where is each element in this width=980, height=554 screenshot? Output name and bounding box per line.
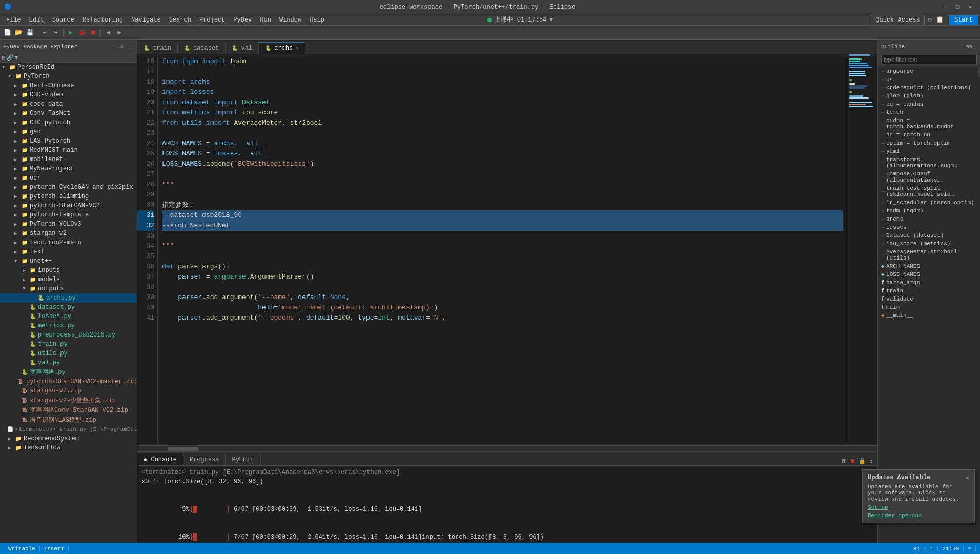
tab-train[interactable]: 🐍 train: [137, 43, 178, 54]
start-button[interactable]: Start: [949, 15, 978, 25]
tab-close-icon[interactable]: ✕: [296, 45, 299, 51]
tree-item-unet++[interactable]: ▼ 📁 unet++: [0, 256, 137, 266]
tab-console[interactable]: ⊞ Console: [137, 453, 183, 465]
outline-item-os[interactable]: → os: [878, 75, 980, 84]
tab-progress[interactable]: Progress: [183, 454, 226, 465]
outline-item-parseargs[interactable]: f parse_args: [878, 279, 980, 287]
menu-project[interactable]: Project: [195, 15, 229, 25]
outline-item-validate[interactable]: f validate: [878, 295, 980, 303]
outline-item-archs[interactable]: → archs: [878, 215, 980, 223]
tree-item-cycleganpix2pix[interactable]: ▶ 📁 pytorch-CycleGAN-and-pix2pix: [0, 183, 137, 192]
notification-setup-link[interactable]: Set up: [868, 504, 969, 510]
tree-item-bert-chinese[interactable]: ▶ 📁 Bert-Chinese: [0, 81, 137, 90]
open-button[interactable]: 📂: [13, 28, 24, 38]
tree-item-terminated-ref[interactable]: 📄 <terminated> train.py [E:\ProgramData\…: [0, 425, 137, 434]
close-button[interactable]: ✕: [965, 2, 976, 12]
tree-item-text[interactable]: ▶ 📁 text: [0, 247, 137, 256]
debug-button[interactable]: 🐞: [77, 28, 87, 38]
outline-item-yaml[interactable]: → yaml: [878, 147, 980, 155]
tree-item-models[interactable]: ▶ 📁 models: [0, 275, 137, 284]
menu-source[interactable]: Source: [48, 15, 78, 25]
tree-item-medmnist[interactable]: ▶ 📁 MedMNIST-main: [0, 146, 137, 155]
outline-item-train-fn[interactable]: f train: [878, 287, 980, 295]
save-button[interactable]: 💾: [25, 28, 35, 38]
tree-item-ocr[interactable]: ▶ 📁 ocr: [0, 173, 137, 183]
tree-item-xiaoshujuzip[interactable]: 🗜 stargan-v2-少量数据集.zip: [0, 395, 137, 405]
back-button[interactable]: ◀: [103, 28, 113, 38]
tree-item-mobilenet[interactable]: ▶ 📁 mobilenet: [0, 155, 137, 164]
toolbar-icon-2[interactable]: 📋: [934, 15, 945, 25]
maximize-button[interactable]: □: [952, 2, 964, 12]
outline-item-losses[interactable]: → losses: [878, 223, 980, 231]
dropdown-icon[interactable]: ▼: [549, 17, 553, 23]
forward-button[interactable]: ▶: [114, 28, 125, 38]
outline-item-argparse[interactable]: → argparse: [878, 67, 980, 75]
quick-access-button[interactable]: Quick Access: [871, 15, 924, 25]
horizontal-scrollbar[interactable]: [137, 445, 877, 451]
toolbar-icon-1[interactable]: ⚙: [927, 15, 933, 25]
menu-pydev[interactable]: PyDev: [229, 15, 256, 25]
outline-item-optim[interactable]: → optim = torch.optim: [878, 139, 980, 147]
tree-item-recommendsystem[interactable]: ▶ 📁 RecommendSystem: [0, 434, 137, 443]
redo-button[interactable]: ↪: [51, 28, 61, 38]
link-with-editor-button[interactable]: 🔗: [7, 54, 14, 61]
tree-item-metrics-py[interactable]: 🐍 metrics.py: [0, 321, 137, 330]
new-button[interactable]: 📄: [2, 28, 12, 38]
outline-item-glob[interactable]: → glob (glob): [878, 92, 980, 100]
outline-item-lrscheduler[interactable]: → lr_scheduler (torch.optim): [878, 199, 980, 207]
tree-item-utils-py[interactable]: 🐍 utils.py: [0, 349, 137, 358]
notification-reminder-link[interactable]: Reminder options: [868, 512, 969, 519]
tree-item-starganvc2[interactable]: ▶ 📁 pytorch-StarGAN-VC2: [0, 201, 137, 210]
tree-item-template[interactable]: ▶ 📁 pytorch-template: [0, 210, 137, 220]
tree-item-coco-data[interactable]: ▶ 📁 coco-data: [0, 100, 137, 109]
tree-item-yolov3[interactable]: ▶ 📁 PyTorch-YOLOv3: [0, 220, 137, 229]
tree-item-preprocess-py[interactable]: 🐍 preprocess_dsb2018.py: [0, 330, 137, 340]
console-menu-button[interactable]: ⋮: [868, 457, 875, 465]
console-clear-button[interactable]: 🗑: [840, 457, 848, 465]
tree-item-bianshen-py[interactable]: 🐍 变声网络.py: [0, 367, 137, 377]
outline-item-nn[interactable]: → nn = torch.nn: [878, 131, 980, 139]
outline-item-archnames[interactable]: ◆ ARCH_NAMES: [878, 262, 980, 270]
tree-item-pytorch[interactable]: ▼ 📁 PyTorch: [0, 72, 137, 81]
menu-search[interactable]: Search: [165, 15, 195, 25]
menu-edit[interactable]: Edit: [25, 15, 48, 25]
outline-item-main-fn[interactable]: f main: [878, 303, 980, 311]
undo-button[interactable]: ↩: [39, 28, 50, 38]
outline-item-averagemeter[interactable]: → AverageMeter,str2bool (utils): [878, 248, 980, 262]
tree-item-bianshenconv-zip[interactable]: 🗜 变声网络Conv-StarGAN-VC2.zip: [0, 405, 137, 415]
code-editor[interactable]: from tqdm import tqdm import archs impor…: [158, 54, 847, 445]
tree-item-c3d-video[interactable]: ▶ 📁 C3D-video: [0, 90, 137, 100]
notification-close-button[interactable]: ✕: [966, 474, 969, 482]
view-menu-button[interactable]: ▼: [15, 55, 18, 61]
outline-item-traintestsplit[interactable]: → train_test_split (sklearn.model_sele…: [878, 184, 980, 199]
tree-item-starganv2zip[interactable]: 🗜 stargan-v2.zip: [0, 386, 137, 395]
tab-pyunit[interactable]: PyUnit: [226, 454, 260, 465]
outline-menu-button[interactable]: ⋮: [972, 44, 977, 50]
outline-item-main-dunder[interactable]: ◆ __main__: [878, 311, 980, 320]
tree-item-starganv2[interactable]: ▶ 📁 stargan-v2: [0, 229, 137, 238]
outline-item-tqdm[interactable]: → tqdm (tqdm): [878, 207, 980, 215]
stop-button[interactable]: ⏹: [88, 28, 98, 38]
console-terminate-button[interactable]: ⏹: [849, 457, 856, 465]
console-scroll-lock-button[interactable]: 🔒: [858, 457, 867, 465]
tree-item-conv-tasnet[interactable]: ▶ 📁 Conv-TasNet: [0, 109, 137, 118]
tree-item-mynewproject[interactable]: ▶ 📁 MyNewProject: [0, 164, 137, 173]
outline-item-cudnn[interactable]: → cudnn = torch.backends.cudnn: [878, 116, 980, 131]
tree-item-inputs[interactable]: ▶ 📁 inputs: [0, 266, 137, 275]
outline-item-ordereddict[interactable]: → OrderedDict (collections): [878, 84, 980, 92]
outline-filter-input[interactable]: [881, 55, 977, 64]
outline-item-transforms[interactable]: → transforms (albumentations.augm…: [878, 155, 980, 170]
menu-window[interactable]: Window: [275, 15, 305, 25]
tree-item-outputs[interactable]: ▼ 📁 outputs: [0, 284, 137, 293]
minimize-panel-button[interactable]: ─: [109, 43, 117, 51]
tab-archs[interactable]: 🐍 archs ✕: [259, 42, 305, 54]
tree-item-archs-py[interactable]: 🐍 archs.py: [0, 293, 137, 303]
outline-item-lossnames[interactable]: ◆ LOSS_NAMES: [878, 270, 980, 279]
menu-file[interactable]: File: [2, 15, 25, 25]
menu-help[interactable]: Help: [305, 15, 329, 25]
tree-item-losses-py[interactable]: 🐍 losses.py: [0, 312, 137, 321]
tree-item-dataset-py[interactable]: 🐍 dataset.py: [0, 303, 137, 312]
panel-menu-button[interactable]: ⋮: [126, 43, 134, 51]
tree-item-ctc-pytorch[interactable]: ▶ 📁 CTC_pytorch: [0, 118, 137, 127]
tree-item-personreid[interactable]: ▼ 📁 PersonReId: [0, 63, 137, 72]
